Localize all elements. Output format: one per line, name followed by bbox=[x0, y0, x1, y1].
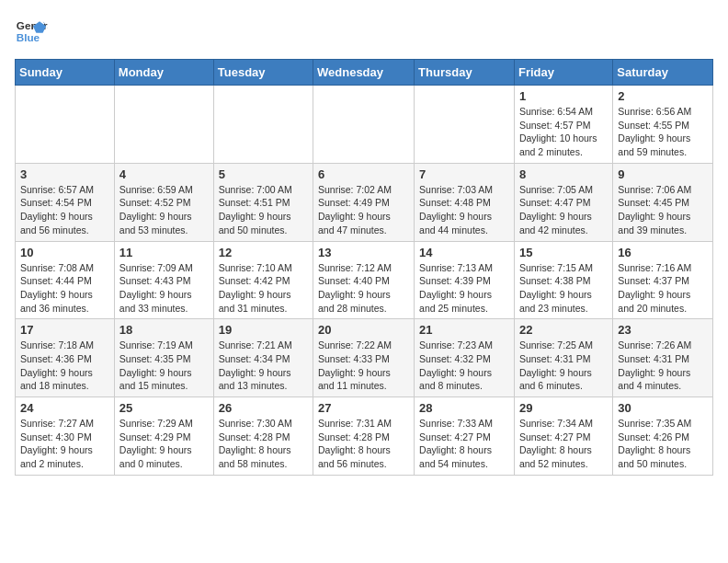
day-number: 13 bbox=[318, 246, 409, 259]
calendar-cell: 10Sunrise: 7:08 AM Sunset: 4:44 PM Dayli… bbox=[16, 241, 115, 319]
calendar-cell: 27Sunrise: 7:31 AM Sunset: 4:28 PM Dayli… bbox=[313, 397, 415, 476]
calendar-cell: 16Sunrise: 7:16 AM Sunset: 4:37 PM Dayli… bbox=[613, 241, 713, 319]
calendar-body: 1Sunrise: 6:54 AM Sunset: 4:57 PM Daylig… bbox=[16, 86, 713, 476]
day-number: 6 bbox=[318, 167, 409, 181]
day-info: Sunrise: 7:21 AM Sunset: 4:34 PM Dayligh… bbox=[219, 339, 308, 393]
logo: General Blue bbox=[15, 15, 48, 48]
calendar-cell: 19Sunrise: 7:21 AM Sunset: 4:34 PM Dayli… bbox=[213, 319, 313, 397]
day-info: Sunrise: 7:31 AM Sunset: 4:28 PM Dayligh… bbox=[318, 417, 409, 471]
day-info: Sunrise: 7:27 AM Sunset: 4:30 PM Dayligh… bbox=[20, 417, 109, 471]
calendar-cell: 5Sunrise: 7:00 AM Sunset: 4:51 PM Daylig… bbox=[213, 163, 313, 241]
calendar-cell bbox=[114, 86, 213, 164]
day-number: 4 bbox=[119, 167, 209, 181]
day-info: Sunrise: 7:05 AM Sunset: 4:47 PM Dayligh… bbox=[519, 183, 608, 237]
day-info: Sunrise: 7:12 AM Sunset: 4:40 PM Dayligh… bbox=[318, 261, 409, 316]
day-info: Sunrise: 7:15 AM Sunset: 4:38 PM Dayligh… bbox=[519, 261, 608, 316]
day-number: 26 bbox=[219, 401, 308, 415]
day-number: 30 bbox=[618, 401, 708, 415]
calendar-cell bbox=[415, 86, 515, 164]
day-number: 16 bbox=[618, 246, 708, 259]
header-sunday: Sunday bbox=[16, 60, 115, 86]
calendar-cell: 28Sunrise: 7:33 AM Sunset: 4:27 PM Dayli… bbox=[415, 397, 515, 476]
calendar-cell: 26Sunrise: 7:30 AM Sunset: 4:28 PM Dayli… bbox=[213, 397, 313, 476]
day-info: Sunrise: 7:03 AM Sunset: 4:48 PM Dayligh… bbox=[419, 183, 509, 237]
calendar-cell: 25Sunrise: 7:29 AM Sunset: 4:29 PM Dayli… bbox=[114, 397, 213, 476]
header-saturday: Saturday bbox=[613, 60, 713, 86]
page-header: General Blue bbox=[15, 15, 713, 48]
day-number: 17 bbox=[20, 323, 109, 337]
calendar-cell: 4Sunrise: 6:59 AM Sunset: 4:52 PM Daylig… bbox=[114, 163, 213, 241]
day-info: Sunrise: 7:09 AM Sunset: 4:43 PM Dayligh… bbox=[119, 261, 209, 316]
header-friday: Friday bbox=[514, 60, 612, 86]
header-monday: Monday bbox=[114, 60, 213, 86]
calendar-cell: 21Sunrise: 7:23 AM Sunset: 4:32 PM Dayli… bbox=[415, 319, 515, 397]
day-info: Sunrise: 7:00 AM Sunset: 4:51 PM Dayligh… bbox=[219, 183, 308, 237]
calendar-cell bbox=[313, 86, 415, 164]
day-number: 25 bbox=[119, 401, 209, 415]
day-info: Sunrise: 7:23 AM Sunset: 4:32 PM Dayligh… bbox=[419, 339, 509, 393]
day-info: Sunrise: 7:06 AM Sunset: 4:45 PM Dayligh… bbox=[618, 183, 708, 237]
day-number: 21 bbox=[419, 323, 509, 337]
week-row-0: 1Sunrise: 6:54 AM Sunset: 4:57 PM Daylig… bbox=[16, 86, 713, 164]
calendar-cell bbox=[213, 86, 313, 164]
calendar-cell: 9Sunrise: 7:06 AM Sunset: 4:45 PM Daylig… bbox=[613, 163, 713, 241]
day-info: Sunrise: 7:19 AM Sunset: 4:35 PM Dayligh… bbox=[119, 339, 209, 393]
day-number: 10 bbox=[20, 246, 109, 259]
day-number: 5 bbox=[219, 167, 308, 181]
day-info: Sunrise: 7:02 AM Sunset: 4:49 PM Dayligh… bbox=[318, 183, 409, 237]
day-info: Sunrise: 7:10 AM Sunset: 4:42 PM Dayligh… bbox=[219, 261, 308, 316]
calendar-cell: 13Sunrise: 7:12 AM Sunset: 4:40 PM Dayli… bbox=[313, 241, 415, 319]
calendar-cell: 7Sunrise: 7:03 AM Sunset: 4:48 PM Daylig… bbox=[415, 163, 515, 241]
calendar-cell: 22Sunrise: 7:25 AM Sunset: 4:31 PM Dayli… bbox=[514, 319, 612, 397]
day-info: Sunrise: 7:25 AM Sunset: 4:31 PM Dayligh… bbox=[519, 339, 608, 393]
day-number: 27 bbox=[318, 401, 409, 415]
day-info: Sunrise: 7:26 AM Sunset: 4:31 PM Dayligh… bbox=[618, 339, 708, 393]
calendar-cell: 17Sunrise: 7:18 AM Sunset: 4:36 PM Dayli… bbox=[16, 319, 115, 397]
calendar-cell: 18Sunrise: 7:19 AM Sunset: 4:35 PM Dayli… bbox=[114, 319, 213, 397]
day-info: Sunrise: 6:54 AM Sunset: 4:57 PM Dayligh… bbox=[519, 105, 608, 159]
day-info: Sunrise: 7:13 AM Sunset: 4:39 PM Dayligh… bbox=[419, 261, 509, 316]
day-info: Sunrise: 7:22 AM Sunset: 4:33 PM Dayligh… bbox=[318, 339, 409, 393]
day-number: 1 bbox=[519, 89, 608, 103]
day-number: 29 bbox=[519, 401, 608, 415]
day-number: 11 bbox=[119, 246, 209, 259]
day-number: 8 bbox=[519, 167, 608, 181]
day-info: Sunrise: 7:29 AM Sunset: 4:29 PM Dayligh… bbox=[119, 417, 209, 471]
day-number: 22 bbox=[519, 323, 608, 337]
day-info: Sunrise: 7:18 AM Sunset: 4:36 PM Dayligh… bbox=[20, 339, 109, 393]
day-number: 24 bbox=[20, 401, 109, 415]
day-number: 28 bbox=[419, 401, 509, 415]
calendar-cell: 14Sunrise: 7:13 AM Sunset: 4:39 PM Dayli… bbox=[415, 241, 515, 319]
calendar-cell: 20Sunrise: 7:22 AM Sunset: 4:33 PM Dayli… bbox=[313, 319, 415, 397]
day-info: Sunrise: 6:56 AM Sunset: 4:55 PM Dayligh… bbox=[618, 105, 708, 159]
calendar-cell: 2Sunrise: 6:56 AM Sunset: 4:55 PM Daylig… bbox=[613, 86, 713, 164]
day-info: Sunrise: 6:59 AM Sunset: 4:52 PM Dayligh… bbox=[119, 183, 209, 237]
day-number: 14 bbox=[419, 246, 509, 259]
day-info: Sunrise: 7:34 AM Sunset: 4:27 PM Dayligh… bbox=[519, 417, 608, 471]
day-info: Sunrise: 6:57 AM Sunset: 4:54 PM Dayligh… bbox=[20, 183, 109, 237]
calendar-cell: 15Sunrise: 7:15 AM Sunset: 4:38 PM Dayli… bbox=[514, 241, 612, 319]
header-thursday: Thursday bbox=[415, 60, 515, 86]
calendar-cell: 30Sunrise: 7:35 AM Sunset: 4:26 PM Dayli… bbox=[613, 397, 713, 476]
calendar-cell: 6Sunrise: 7:02 AM Sunset: 4:49 PM Daylig… bbox=[313, 163, 415, 241]
header-tuesday: Tuesday bbox=[213, 60, 313, 86]
calendar-cell: 12Sunrise: 7:10 AM Sunset: 4:42 PM Dayli… bbox=[213, 241, 313, 319]
day-number: 9 bbox=[618, 167, 708, 181]
day-number: 19 bbox=[219, 323, 308, 337]
week-row-4: 24Sunrise: 7:27 AM Sunset: 4:30 PM Dayli… bbox=[16, 397, 713, 476]
calendar-cell bbox=[16, 86, 115, 164]
day-number: 2 bbox=[618, 89, 708, 103]
header-wednesday: Wednesday bbox=[313, 60, 415, 86]
day-info: Sunrise: 7:16 AM Sunset: 4:37 PM Dayligh… bbox=[618, 261, 708, 316]
day-number: 18 bbox=[119, 323, 209, 337]
day-number: 23 bbox=[618, 323, 708, 337]
day-number: 12 bbox=[219, 246, 308, 259]
calendar-cell: 1Sunrise: 6:54 AM Sunset: 4:57 PM Daylig… bbox=[514, 86, 612, 164]
day-info: Sunrise: 7:33 AM Sunset: 4:27 PM Dayligh… bbox=[419, 417, 509, 471]
calendar-table: SundayMondayTuesdayWednesdayThursdayFrid… bbox=[15, 59, 713, 476]
calendar-cell: 8Sunrise: 7:05 AM Sunset: 4:47 PM Daylig… bbox=[514, 163, 612, 241]
week-row-1: 3Sunrise: 6:57 AM Sunset: 4:54 PM Daylig… bbox=[16, 163, 713, 241]
day-number: 20 bbox=[318, 323, 409, 337]
calendar-cell: 23Sunrise: 7:26 AM Sunset: 4:31 PM Dayli… bbox=[613, 319, 713, 397]
calendar-header: SundayMondayTuesdayWednesdayThursdayFrid… bbox=[16, 60, 713, 86]
